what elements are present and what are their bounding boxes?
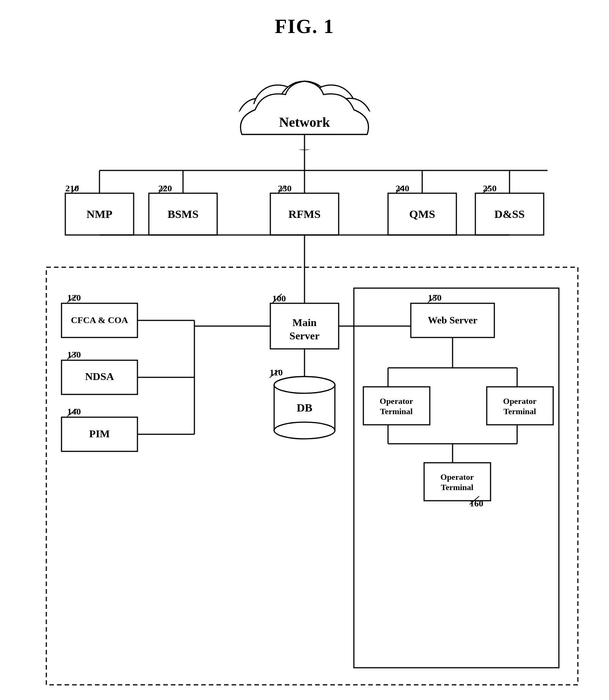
svg-point-30 — [274, 377, 335, 393]
operator-terminal-1-box — [363, 387, 430, 425]
qms-num: 240 — [396, 183, 409, 193]
pim-label: PIM — [89, 428, 110, 440]
operator-terminal-3-num: 160 — [470, 498, 483, 508]
db-label: DB — [297, 401, 312, 414]
cloud-label: Network — [279, 115, 330, 130]
dss-label: D&SS — [494, 208, 525, 220]
page-title: FIG. 1 — [275, 15, 334, 38]
operator-terminal-2-box — [487, 387, 553, 425]
db-bottom-ellipse — [274, 422, 335, 439]
operator-terminal-2-label2: Terminal — [503, 407, 536, 416]
operator-terminal-3-label1: Operator — [440, 472, 474, 482]
nmp-label: NMP — [87, 208, 112, 220]
operator-terminal-2-label1: Operator — [503, 396, 536, 406]
main-server-label2: Server — [289, 330, 319, 342]
rfms-num: 230 — [278, 183, 292, 193]
bsms-num: 220 — [158, 183, 172, 193]
rfms-label: RFMS — [289, 208, 321, 220]
diagram: Network NMP 210 BSMS 220 RFMS 230 QMS 24… — [24, 60, 585, 700]
main-server-label1: Main — [292, 317, 317, 328]
operator-terminal-1-label1: Operator — [380, 396, 413, 406]
operator-terminal-3-box — [424, 463, 491, 501]
ndsa-label: NDSA — [85, 370, 114, 382]
main-server-num: 100 — [272, 293, 286, 303]
cfca-label: CFCA & COA — [71, 315, 128, 325]
web-server-label: Web Server — [428, 315, 478, 326]
dss-num: 250 — [483, 183, 497, 193]
operator-terminal-3-label2: Terminal — [441, 482, 473, 492]
bsms-label: BSMS — [167, 208, 199, 220]
qms-label: QMS — [409, 208, 435, 220]
operator-terminal-1-label2: Terminal — [380, 407, 413, 416]
